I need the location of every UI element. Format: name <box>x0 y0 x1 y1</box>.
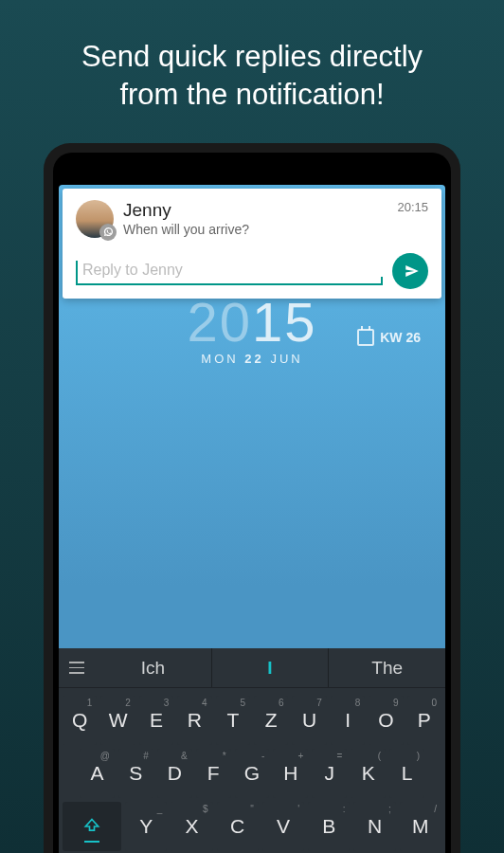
message-preview: When will you arrive? <box>123 222 387 237</box>
phone-frame: Jenny When will you arrive? 20:15 Reply … <box>44 143 460 853</box>
lockscreen-clock: 2015 MON 22 JUN KW 26 <box>59 295 445 366</box>
key-row-1: Q1W2E3R4T5Z6U7I8O9P0 <box>61 694 443 747</box>
key-p[interactable]: P0 <box>407 696 441 745</box>
key-y[interactable]: Y_ <box>125 802 167 851</box>
whatsapp-icon <box>99 224 117 241</box>
key-s[interactable]: S# <box>118 749 153 798</box>
calendar-week[interactable]: KW 26 <box>357 329 421 346</box>
key-n[interactable]: N; <box>353 802 395 851</box>
key-r[interactable]: R4 <box>177 696 211 745</box>
key-w[interactable]: W2 <box>100 696 135 745</box>
promo-line-1: Send quick replies directly <box>81 38 423 76</box>
clock-minute: 15 <box>252 291 317 353</box>
clock-day: 22 <box>244 352 263 366</box>
promo-title: Send quick replies directly from the not… <box>53 38 451 115</box>
suggestion-bar: Ich I The <box>59 648 445 688</box>
text-cursor <box>76 261 78 280</box>
key-v[interactable]: V' <box>262 802 304 851</box>
phone-screen: Jenny When will you arrive? 20:15 Reply … <box>59 185 445 853</box>
suggestion-1[interactable]: Ich <box>95 648 211 687</box>
promo-line-2: from the notification! <box>81 76 423 114</box>
key-k[interactable]: K( <box>351 749 386 798</box>
key-l[interactable]: L) <box>389 749 424 798</box>
key-d[interactable]: D& <box>157 749 192 798</box>
clock-hour: 20 <box>187 291 252 353</box>
notification-card: Jenny When will you arrive? 20:15 Reply … <box>63 189 441 299</box>
key-g[interactable]: G- <box>235 749 270 798</box>
reply-placeholder: Reply to Jenny <box>79 262 183 279</box>
send-button[interactable] <box>392 253 428 289</box>
suggestion-menu-icon[interactable] <box>59 648 95 687</box>
suggestion-2[interactable]: I <box>211 648 330 687</box>
shift-key[interactable] <box>63 802 121 851</box>
week-label: KW 26 <box>380 330 421 345</box>
suggestion-3[interactable]: The <box>329 648 445 687</box>
send-icon <box>404 263 421 280</box>
key-j[interactable]: J= <box>312 749 347 798</box>
sender-name: Jenny <box>123 200 387 221</box>
key-row-3: Y_X$C"V'B:N;M/ <box>61 800 443 853</box>
reply-input[interactable]: Reply to Jenny <box>76 257 383 285</box>
key-z[interactable]: Z6 <box>254 696 288 745</box>
key-o[interactable]: O9 <box>369 696 403 745</box>
clock-dow: MON <box>201 352 238 366</box>
key-b[interactable]: B: <box>308 802 350 851</box>
key-c[interactable]: C" <box>217 802 259 851</box>
key-q[interactable]: Q1 <box>63 696 97 745</box>
key-a[interactable]: A@ <box>80 749 115 798</box>
key-row-2: A@S#D&F*G-H+J=K(L) <box>61 747 443 800</box>
notification-time: 20:15 <box>397 200 428 214</box>
key-u[interactable]: U7 <box>292 696 326 745</box>
key-x[interactable]: X$ <box>171 802 212 851</box>
key-i[interactable]: I8 <box>331 696 365 745</box>
key-f[interactable]: F* <box>196 749 231 798</box>
keyboard: Ich I The Q1W2E3R4T5Z6U7I8O9P0 A@S#D&F*G… <box>59 648 445 853</box>
clock-month: JUN <box>270 352 302 366</box>
key-t[interactable]: T5 <box>216 696 250 745</box>
key-m[interactable]: M/ <box>400 802 441 851</box>
key-e[interactable]: E3 <box>139 696 173 745</box>
key-h[interactable]: H+ <box>273 749 308 798</box>
avatar[interactable] <box>76 200 114 238</box>
calendar-icon <box>357 329 374 346</box>
